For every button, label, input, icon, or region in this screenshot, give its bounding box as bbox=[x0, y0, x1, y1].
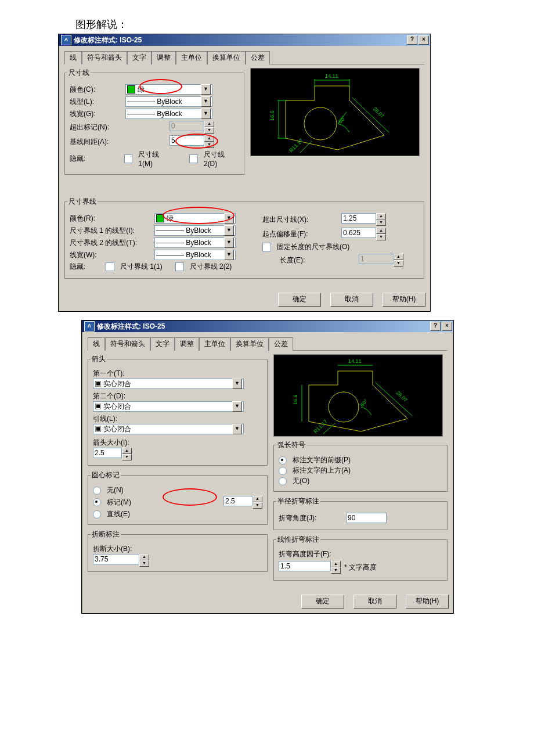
dropdown-icon[interactable]: ▼ bbox=[224, 237, 234, 248]
spin-up-icon[interactable]: ▲ bbox=[252, 496, 262, 502]
spin-up-icon: ▲ bbox=[394, 254, 403, 260]
dropdown-icon[interactable]: ▼ bbox=[224, 225, 234, 236]
dropdown-icon[interactable]: ▼ bbox=[232, 379, 242, 389]
tab-alt[interactable]: 换算单位 bbox=[207, 51, 246, 64]
dropdown-icon[interactable]: ▼ bbox=[201, 96, 211, 107]
spin-break-size[interactable]: ▲▼ bbox=[93, 554, 262, 567]
offset-input[interactable] bbox=[341, 228, 376, 238]
cancel-button[interactable]: 取消 bbox=[330, 293, 373, 307]
break-size-input[interactable] bbox=[93, 554, 139, 564]
tab-symbols[interactable]: 符号和箭头 bbox=[105, 337, 150, 351]
spin-up-icon[interactable]: ▲ bbox=[204, 135, 214, 142]
ok-button[interactable]: 确定 bbox=[301, 595, 344, 609]
tab-tol[interactable]: 公差 bbox=[246, 51, 270, 64]
rad-arc-none[interactable] bbox=[279, 477, 287, 485]
lbl-ext-hide2: 尺寸界线 2(2) bbox=[190, 262, 232, 272]
spin-up-icon[interactable]: ▲ bbox=[376, 213, 386, 219]
lbl-ext-lw: 线宽(W): bbox=[70, 250, 151, 260]
lbl-arrow-size: 箭头大小(I): bbox=[93, 438, 262, 448]
combo-linetype[interactable]: ———— ByBlock ▼ bbox=[125, 96, 212, 107]
tab-primary[interactable]: 主单位 bbox=[199, 337, 230, 351]
cancel-button[interactable]: 取消 bbox=[353, 595, 396, 609]
tab-text[interactable]: 文字 bbox=[150, 337, 175, 351]
leader-value: 实心闭合 bbox=[103, 425, 131, 433]
spin-down-icon[interactable]: ▼ bbox=[376, 219, 386, 226]
combo-ext-color[interactable]: 绿 ▼ bbox=[154, 213, 236, 224]
center-size-input[interactable] bbox=[223, 496, 252, 506]
dialog-lines: A 修改标注样式: ISO-25 ? × 线 符号和箭头 文字 调整 主单位 换… bbox=[58, 34, 431, 312]
close-button[interactable]: × bbox=[418, 35, 429, 45]
lbl-extbeyond: 超出标记(N): bbox=[70, 123, 122, 132]
help-button[interactable]: ? bbox=[430, 322, 441, 331]
spin-down-icon[interactable]: ▼ bbox=[139, 560, 149, 567]
titlebar: A 修改标注样式: ISO-25 ? × bbox=[59, 34, 430, 46]
help-button[interactable]: 帮助(H) bbox=[406, 595, 449, 609]
combo-color[interactable]: 绿 ▼ bbox=[125, 84, 212, 95]
combo-ext-lt1[interactable]: ———— ByBlock ▼ bbox=[154, 225, 236, 236]
combo-lineweight[interactable]: ———— ByBlock ▼ bbox=[125, 109, 212, 119]
tab-alt[interactable]: 换算单位 bbox=[230, 337, 269, 351]
rad-mark[interactable] bbox=[93, 498, 101, 506]
tabstrip: 线 符号和箭头 文字 调整 主单位 换算单位 公差 bbox=[88, 337, 448, 351]
close-button[interactable]: × bbox=[442, 322, 452, 331]
rad-line[interactable] bbox=[93, 510, 101, 519]
ext-color-value: 绿 bbox=[167, 214, 174, 222]
tab-primary[interactable]: 主单位 bbox=[176, 51, 207, 64]
preview-pane: 14.11 16.6 28.07 60° R11.17 bbox=[250, 68, 420, 156]
chk-fixed[interactable] bbox=[262, 243, 271, 251]
rad-arc-above[interactable] bbox=[279, 467, 287, 475]
spin-up-icon[interactable]: ▲ bbox=[331, 561, 341, 567]
combo-ext-lt2[interactable]: ———— ByBlock ▼ bbox=[154, 237, 236, 248]
combo-ext-lw[interactable]: ———— ByBlock ▼ bbox=[154, 250, 236, 260]
help-button[interactable]: 帮助(H) bbox=[383, 293, 425, 307]
spin-jog-factor[interactable]: ▲▼ bbox=[279, 561, 341, 574]
dropdown-icon[interactable]: ▼ bbox=[224, 250, 234, 260]
dropdown-icon[interactable]: ▼ bbox=[224, 213, 234, 224]
beyond-input[interactable] bbox=[341, 213, 376, 224]
spin-down-icon[interactable]: ▼ bbox=[204, 142, 214, 148]
combo-first[interactable]: ▣ 实心闭合 ▼ bbox=[93, 379, 244, 389]
spin-down-icon[interactable]: ▼ bbox=[376, 234, 386, 240]
chk-ext-hide2[interactable] bbox=[175, 262, 184, 271]
baseline-input[interactable] bbox=[169, 135, 204, 146]
spin-up-icon[interactable]: ▲ bbox=[139, 554, 149, 560]
rad-arc-front[interactable] bbox=[279, 456, 287, 465]
help-button[interactable]: ? bbox=[407, 35, 417, 45]
spin-up-icon[interactable]: ▲ bbox=[376, 228, 386, 234]
combo-second[interactable]: ▣ 实心闭合 ▼ bbox=[93, 401, 244, 412]
lbl-baseline: 基线间距(A): bbox=[70, 137, 122, 147]
tab-fit[interactable]: 调整 bbox=[175, 337, 199, 351]
spin-up-icon[interactable]: ▲ bbox=[122, 448, 132, 454]
lbl-leader: 引线(L): bbox=[93, 414, 262, 424]
spin-arrow-size[interactable]: ▲▼ bbox=[93, 448, 262, 460]
tab-symbols[interactable]: 符号和箭头 bbox=[82, 51, 127, 64]
jog-angle-input[interactable] bbox=[346, 513, 387, 523]
spin-beyond[interactable]: ▲▼ bbox=[341, 213, 386, 226]
spin-down-icon[interactable]: ▼ bbox=[252, 502, 262, 509]
tab-lines[interactable]: 线 bbox=[64, 51, 82, 64]
app-icon: A bbox=[61, 35, 71, 45]
spin-baseline[interactable]: ▲▼ bbox=[169, 135, 214, 148]
jog-factor-input[interactable] bbox=[279, 561, 331, 571]
dropdown-icon[interactable]: ▼ bbox=[201, 84, 211, 95]
combo-leader[interactable]: ▣ 实心闭合 ▼ bbox=[93, 424, 244, 434]
dropdown-icon[interactable]: ▼ bbox=[232, 424, 242, 434]
chk-ext-hide1[interactable] bbox=[106, 262, 114, 271]
tab-tol[interactable]: 公差 bbox=[269, 337, 293, 351]
chk-hide1[interactable] bbox=[124, 154, 133, 163]
chk-hide2[interactable] bbox=[189, 154, 198, 163]
rad-none[interactable] bbox=[93, 487, 101, 495]
dialog-title: 修改标注样式: ISO-25 bbox=[97, 322, 165, 332]
dropdown-icon[interactable]: ▼ bbox=[201, 109, 211, 119]
spin-down-icon[interactable]: ▼ bbox=[122, 454, 132, 460]
tab-text[interactable]: 文字 bbox=[127, 51, 151, 64]
dropdown-icon[interactable]: ▼ bbox=[232, 401, 242, 412]
spin-offset[interactable]: ▲▼ bbox=[341, 228, 386, 240]
tab-fit[interactable]: 调整 bbox=[151, 51, 176, 64]
arrow-size-input[interactable] bbox=[93, 448, 122, 458]
lbl-arc-front: 标注文字的前缀(P) bbox=[293, 455, 351, 465]
spin-center-size[interactable]: ▲▼ bbox=[223, 496, 262, 509]
tab-lines[interactable]: 线 bbox=[88, 337, 105, 351]
spin-down-icon[interactable]: ▼ bbox=[331, 567, 341, 574]
ok-button[interactable]: 确定 bbox=[278, 293, 321, 307]
